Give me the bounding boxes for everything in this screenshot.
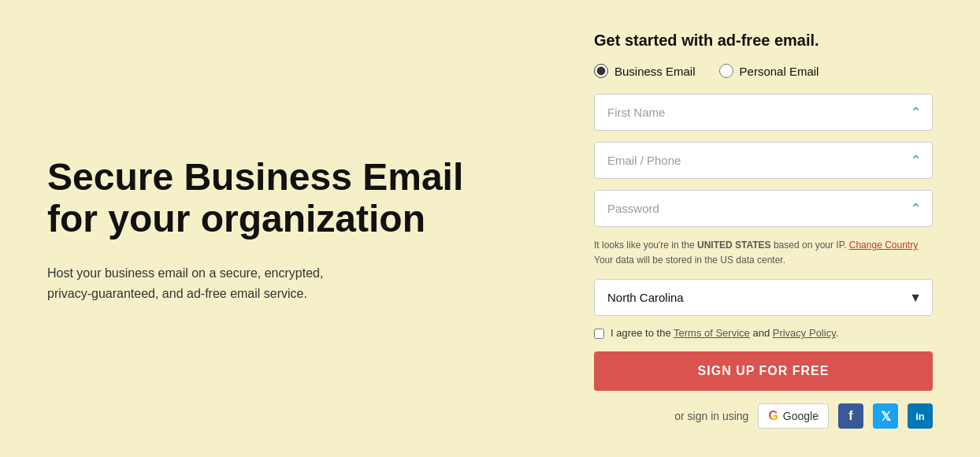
password-field-group: ⌃ [594,190,933,227]
terms-of-service-link[interactable]: Terms of Service [674,327,750,339]
ip-notice-country: UNITED STATES [697,240,771,251]
facebook-signin-button[interactable]: f [838,403,863,429]
business-email-label: Business Email [614,65,696,78]
business-email-radio-label[interactable]: Business Email [594,64,696,78]
social-signin-row: or sign in using G Google f 𝕏 in [594,403,933,429]
ip-notice: It looks like you're in the UNITED STATE… [594,238,933,268]
personal-email-radio[interactable] [719,64,733,78]
left-section: Secure Business Email for your organizat… [47,157,547,304]
page-container: Secure Business Email for your organizat… [0,0,980,457]
personal-email-label: Personal Email [740,65,819,78]
privacy-policy-link[interactable]: Privacy Policy [773,327,836,339]
first-name-input[interactable] [594,94,933,131]
email-phone-input[interactable] [594,142,933,179]
terms-checkbox[interactable] [594,329,604,339]
google-signin-button[interactable]: G Google [758,403,829,429]
twitter-icon: 𝕏 [881,409,891,424]
google-label: Google [783,410,819,422]
email-phone-field-group: ⌃ [594,142,933,179]
password-icon: ⌃ [910,200,922,217]
main-description: Host your business email on a secure, en… [47,263,362,303]
linkedin-signin-button[interactable]: in [908,403,933,429]
right-section: Get started with ad-free email. Business… [594,32,933,429]
form-title: Get started with ad-free email. [594,32,933,50]
first-name-icon: ⌃ [910,104,922,121]
personal-email-radio-label[interactable]: Personal Email [719,64,819,78]
main-heading: Secure Business Email for your organizat… [47,157,531,240]
business-email-radio[interactable] [594,64,608,78]
google-g-icon: G [768,409,778,423]
terms-row: I agree to the Terms of Service and Priv… [594,327,933,339]
password-input[interactable] [594,190,933,227]
facebook-icon: f [848,409,852,423]
signup-button[interactable]: SIGN UP FOR FREE [594,351,933,391]
email-phone-icon: ⌃ [910,152,922,169]
state-dropdown-wrapper: North Carolina California New York Texas… [594,279,933,316]
terms-text: I agree to the Terms of Service and Priv… [611,327,838,339]
twitter-signin-button[interactable]: 𝕏 [873,403,898,429]
social-signin-label: or sign in using [674,410,748,422]
ip-notice-suffix: based on your IP. [771,240,849,251]
first-name-field-group: ⌃ [594,94,933,131]
state-dropdown[interactable]: North Carolina California New York Texas… [594,279,933,316]
email-type-radio-group: Business Email Personal Email [594,64,933,78]
ip-notice-prefix: It looks like you're in the [594,240,697,251]
change-country-link[interactable]: Change Country [849,240,918,251]
ip-notice-line2: Your data will be stored in the US data … [594,255,785,266]
linkedin-icon: in [915,411,925,422]
